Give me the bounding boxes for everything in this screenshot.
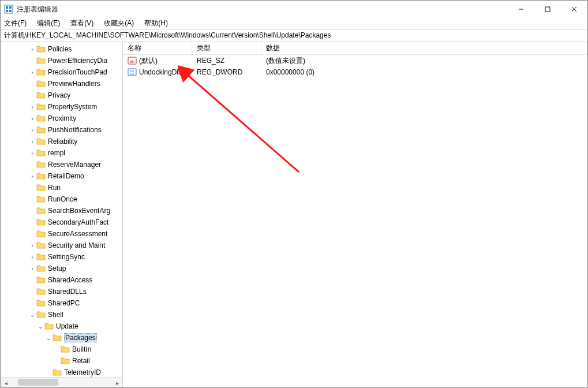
minimize-button[interactable]	[508, 1, 534, 18]
tree-view[interactable]: ›PoliciesPowerEfficiencyDia›PrecisionTou…	[1, 42, 122, 377]
tree-item[interactable]: ›SettingSync	[1, 251, 122, 263]
titlebar: 注册表编辑器	[1, 1, 587, 18]
tree-item[interactable]: ›Setup	[1, 263, 122, 274]
tree-item[interactable]: ›Security and Maint	[1, 240, 122, 251]
window-title: 注册表编辑器	[17, 5, 58, 14]
tree-item-label: Security and Maint	[48, 241, 105, 249]
svg-rect-2	[9, 6, 12, 9]
tree-item[interactable]: SharedPC	[1, 297, 122, 309]
tree-item-label: PreviewHandlers	[48, 80, 100, 88]
list-row[interactable]: ab(默认)REG_SZ(数值未设置)	[123, 55, 587, 66]
maximize-button[interactable]	[534, 1, 561, 18]
folder-icon	[44, 322, 54, 330]
folder-icon	[36, 161, 46, 169]
chevron-right-icon[interactable]: ›	[28, 139, 36, 145]
column-header-data[interactable]: 数据	[261, 42, 587, 54]
tree-item[interactable]: SearchBoxEventArg	[1, 205, 122, 217]
list-panel: 名称 类型 数据 ab(默认)REG_SZ(数值未设置)011110Undock…	[123, 42, 587, 387]
chevron-right-icon[interactable]: ›	[28, 266, 36, 272]
tree-item[interactable]: Run	[1, 182, 122, 193]
column-header-name[interactable]: 名称	[123, 42, 192, 54]
content-area: ›PoliciesPowerEfficiencyDia›PrecisionTou…	[1, 42, 587, 387]
chevron-right-icon[interactable]: ›	[28, 115, 36, 122]
folder-icon	[36, 264, 46, 273]
scroll-right-button[interactable]: ▸	[112, 378, 122, 387]
tree-item[interactable]: ⌄Shell	[1, 309, 122, 320]
tree-item-label: SecureAssessment	[48, 230, 107, 238]
tree-item-label: PropertySystem	[48, 103, 97, 111]
list-body[interactable]: ab(默认)REG_SZ(数值未设置)011110UndockingDis...…	[123, 55, 587, 387]
chevron-right-icon[interactable]: ›	[28, 46, 36, 53]
tree-item[interactable]: ⌄Packages	[1, 332, 122, 344]
chevron-right-icon[interactable]: ›	[28, 104, 36, 110]
tree-item[interactable]: TelemetryID	[1, 367, 122, 377]
chevron-right-icon[interactable]: ›	[28, 150, 36, 156]
tree-item-label: PushNotifications	[48, 126, 102, 134]
menu-edit[interactable]: 编辑(E)	[36, 18, 61, 28]
tree-item-label: SharedPC	[48, 299, 80, 307]
tree-item-label: TelemetryID	[64, 368, 101, 376]
cell-name: 011110UndockingDis...	[123, 68, 192, 77]
folder-icon	[61, 345, 70, 353]
address-bar[interactable]: 计算机\HKEY_LOCAL_MACHINE\SOFTWARE\Microsof…	[1, 29, 587, 42]
chevron-right-icon[interactable]: ›	[28, 127, 36, 133]
tree-item[interactable]: ›Reliability	[1, 136, 122, 147]
folder-icon	[36, 114, 46, 122]
tree-item[interactable]: BuiltIn	[1, 344, 122, 355]
tree-item[interactable]: PreviewHandlers	[1, 78, 122, 89]
tree-item[interactable]: SecondaryAuthFact	[1, 217, 122, 228]
reg-sz-icon: ab	[128, 56, 137, 65]
svg-text:ab: ab	[130, 59, 135, 64]
scroll-left-button[interactable]: ◂	[1, 378, 11, 387]
chevron-down-icon[interactable]: ⌄	[44, 335, 53, 341]
menu-help[interactable]: 帮助(H)	[143, 18, 169, 28]
tree-item[interactable]: SecureAssessment	[1, 228, 122, 240]
scrollbar-thumb[interactable]	[18, 379, 58, 386]
tree-item[interactable]: ›PropertySystem	[1, 101, 122, 113]
tree-item[interactable]: ›PrecisionTouchPad	[1, 66, 122, 78]
svg-text:110: 110	[130, 72, 135, 76]
svg-rect-1	[6, 6, 8, 9]
tree-item[interactable]: ›Policies	[1, 43, 122, 55]
close-button[interactable]	[561, 1, 587, 18]
tree-item[interactable]: ⌄Update	[1, 320, 122, 332]
tree-item[interactable]: SharedDLLs	[1, 286, 122, 297]
folder-icon	[36, 45, 46, 53]
tree-item-label: Run	[48, 184, 61, 192]
tree-item[interactable]: RunOnce	[1, 193, 122, 205]
tree-item[interactable]: ›PushNotifications	[1, 124, 122, 136]
chevron-right-icon[interactable]: ›	[28, 69, 36, 76]
menubar: 文件(F) 编辑(E) 查看(V) 收藏夹(A) 帮助(H)	[1, 18, 587, 29]
chevron-right-icon[interactable]: ›	[28, 173, 36, 180]
chevron-right-icon[interactable]: ›	[28, 242, 36, 249]
tree-item[interactable]: ›Proximity	[1, 113, 122, 124]
tree-item-label: Reliability	[48, 137, 77, 146]
value-name: (默认)	[139, 56, 158, 66]
tree-item[interactable]: ReserveManager	[1, 159, 122, 170]
address-text: 计算机\HKEY_LOCAL_MACHINE\SOFTWARE\Microsof…	[4, 31, 331, 40]
tree-item[interactable]: Retail	[1, 355, 122, 367]
tree-item[interactable]: Privacy	[1, 89, 122, 101]
tree-item[interactable]: SharedAccess	[1, 274, 122, 286]
tree-item[interactable]: PowerEfficiencyDia	[1, 55, 122, 66]
list-row[interactable]: 011110UndockingDis...REG_DWORD0x00000000…	[123, 66, 587, 78]
chevron-down-icon[interactable]: ⌄	[36, 323, 44, 330]
menu-favorites[interactable]: 收藏夹(A)	[103, 18, 135, 28]
column-header-type[interactable]: 类型	[192, 42, 261, 54]
tree-horizontal-scrollbar[interactable]: ◂ ▸	[1, 377, 122, 387]
chevron-right-icon[interactable]: ›	[28, 254, 36, 260]
folder-icon	[36, 207, 46, 215]
tree-item-label: Shell	[48, 311, 63, 319]
value-name: UndockingDis...	[139, 68, 188, 76]
menu-file[interactable]: 文件(F)	[3, 18, 28, 28]
tree-item[interactable]: ›rempl	[1, 147, 122, 159]
folder-icon	[53, 334, 62, 342]
tree-item-label: Privacy	[48, 91, 70, 99]
regedit-icon	[4, 5, 13, 14]
tree-item-label: SharedDLLs	[48, 288, 87, 296]
svg-rect-3	[6, 10, 8, 12]
chevron-down-icon[interactable]: ⌄	[28, 312, 36, 318]
menu-view[interactable]: 查看(V)	[69, 18, 95, 28]
tree-item[interactable]: ›RetailDemo	[1, 170, 122, 182]
tree-item-label: Packages	[64, 333, 97, 342]
